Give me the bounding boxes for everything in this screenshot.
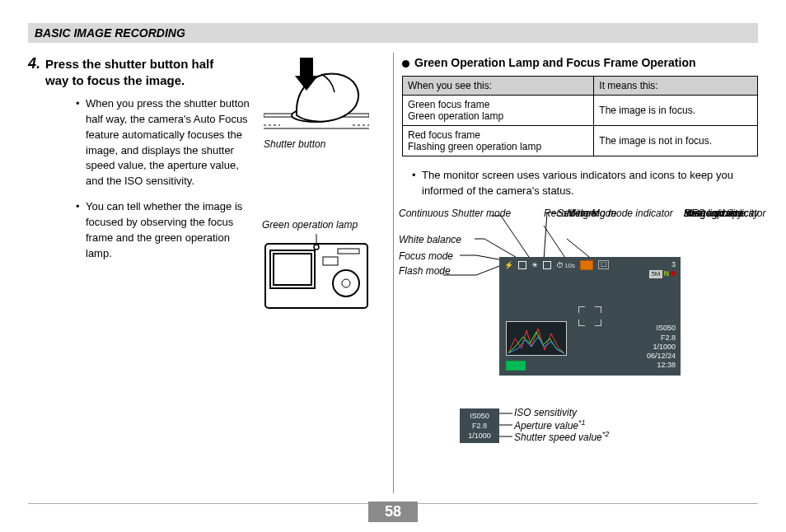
recording-mode-icon [580, 260, 593, 270]
image-size-badge: 5M [649, 270, 662, 278]
iso-readout: IS050 [647, 324, 676, 333]
step-number: 4. [28, 56, 40, 88]
monitor-diagram: Continuous Shutter mode White balance Fo… [402, 208, 758, 397]
focus-frame-icon [578, 306, 601, 326]
bullet-item: When you press the shutter button half w… [76, 96, 257, 189]
svg-rect-10 [274, 254, 311, 285]
shutter-readout: 1/1000 [647, 343, 676, 352]
svg-rect-13 [323, 257, 338, 265]
note-list: The monitor screen uses various indicato… [412, 168, 758, 199]
histogram [506, 321, 567, 356]
continuous-shutter-icon [543, 261, 551, 269]
table-cell-text: Green operation lamp [408, 110, 588, 122]
metering-icon: ☐ [598, 260, 609, 269]
step-title: Press the shutter button half way to foc… [45, 56, 227, 88]
table-cell-text: The image is in focus. [594, 96, 758, 126]
screen-bottom-readout: IS050 F2.8 1/1000 06/12/24 12:38 [647, 324, 676, 370]
subsection-title-text: Green Operation Lamp and Focus Frame Ope… [414, 56, 696, 69]
svg-point-15 [342, 279, 350, 287]
step-bullets: When you press the shutter button half w… [76, 96, 257, 261]
battery-icon [506, 361, 526, 371]
iso-detail: IS050 F2.8 1/1000 ISO sensitivity Apertu… [402, 404, 758, 456]
monitor-screen: ⚡ ☀ ⏱10s ☐ 3 5MN [499, 257, 681, 376]
page-number: 58 [368, 502, 418, 522]
left-column: 4. Press the shutter button half way to … [28, 56, 384, 456]
label-iso: ISO sensitivity [514, 407, 577, 418]
screen-top-icons: ⚡ ☀ ⏱10s ☐ [504, 260, 609, 270]
right-column: Green Operation Lamp and Focus Frame Ope… [402, 56, 758, 456]
section-header: BASIC IMAGE RECORDING [28, 23, 758, 43]
aperture-readout: F2.8 [647, 334, 676, 343]
table-cell-text: Flashing green operation lamp [408, 141, 588, 152]
timer-text: 10s [564, 262, 575, 269]
bullet-item: You can tell whether the image is focuse… [76, 199, 257, 261]
remaining-shots: 3 [649, 260, 676, 269]
svg-rect-12 [338, 249, 359, 254]
subsection-title: Green Operation Lamp and Focus Frame Ope… [402, 56, 758, 69]
lamp-figure: Green operation lamp [264, 219, 369, 313]
rec-light-icon [671, 271, 676, 276]
table-header: It means this: [594, 77, 758, 96]
svg-rect-5 [300, 58, 313, 76]
table-cell-text: Red focus frame [408, 129, 588, 141]
manual-page: BASIC IMAGE RECORDING 4. Press the shutt… [0, 0, 786, 532]
camera-back-illustration [264, 234, 369, 310]
bullet-icon [402, 60, 409, 68]
note-text: The monitor screen uses various indicato… [412, 168, 758, 199]
table-cell-text: Green focus frame [408, 99, 588, 110]
table-cell-text: The image is not in focus. [594, 126, 758, 156]
screen-right-readout: 3 5MN [649, 260, 676, 279]
image-quality-letter: N [664, 269, 670, 278]
wb-icon: ☀ [531, 261, 538, 269]
flash-icon: ⚡ [504, 261, 513, 269]
shutter-illustration [264, 56, 369, 135]
figure-caption: Green operation lamp [262, 219, 367, 231]
focus-icon [518, 261, 526, 269]
shutter-figure: Shutter button [264, 56, 369, 150]
time-readout: 12:38 [647, 361, 676, 370]
table-header: When you see this: [403, 77, 594, 96]
column-divider [393, 53, 394, 499]
date-readout: 06/12/24 [647, 352, 676, 361]
svg-point-11 [314, 245, 319, 250]
focus-table: When you see this: It means this: Green … [402, 76, 758, 156]
figure-caption: Shutter button [264, 138, 369, 150]
self-timer-icon: ⏱10s [556, 261, 575, 269]
label-shutter: Shutter speed value*2 [514, 430, 609, 443]
table-row: Green focus frameGreen operation lamp Th… [403, 96, 758, 126]
table-row: Red focus frameFlashing green operation … [403, 126, 758, 156]
